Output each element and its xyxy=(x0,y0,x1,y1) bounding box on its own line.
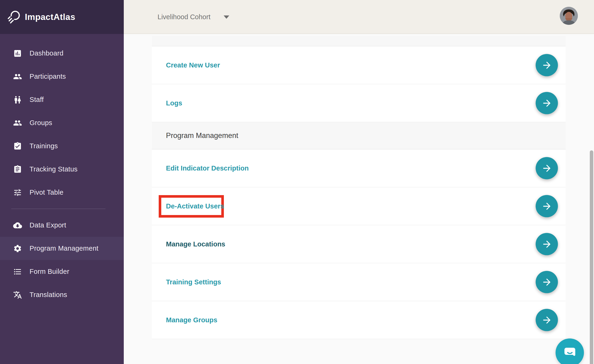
sidebar-item-label: Data Export xyxy=(30,221,66,229)
sidebar-item-groups[interactable]: Groups xyxy=(0,111,124,134)
list-item-logs: Logs xyxy=(152,84,566,122)
manage-groups-link[interactable]: Manage Groups xyxy=(166,316,217,324)
sidebar-item-form-builder[interactable]: Form Builder xyxy=(0,260,124,283)
arrow-right-icon xyxy=(541,239,552,250)
sidebar-item-label: Dashboard xyxy=(30,49,64,57)
create-new-user-arrow-button[interactable] xyxy=(536,54,558,76)
sidebar-item-label: Tracking Status xyxy=(30,165,78,173)
settings-list: Create New User Logs Program Management … xyxy=(152,36,566,339)
list-item-edit-indicator-description: Edit Indicator Description xyxy=(152,149,566,187)
sidebar-item-tracking-status[interactable]: Tracking Status xyxy=(0,158,124,181)
sidebar-item-label: Pivot Table xyxy=(30,189,64,196)
list-item-training-settings: Training Settings xyxy=(152,263,566,301)
edit-indicator-description-link[interactable]: Edit Indicator Description xyxy=(166,165,249,172)
sidebar-item-participants[interactable]: Participants xyxy=(0,65,124,88)
arrow-right-icon xyxy=(541,201,552,212)
create-new-user-link[interactable]: Create New User xyxy=(166,61,220,69)
sidebar: ImpactAtlas Dashboard Participants Staff xyxy=(0,0,124,364)
de-activate-users-arrow-button[interactable] xyxy=(536,195,558,217)
arrow-right-icon xyxy=(541,277,552,287)
section-title: Program Management xyxy=(166,131,238,140)
de-activate-users-link[interactable]: De-Activate Users xyxy=(166,202,224,210)
list-item-de-activate-users: De-Activate Users xyxy=(152,187,566,225)
sidebar-item-label: Form Builder xyxy=(30,268,69,275)
chat-bubble-smile-icon xyxy=(562,345,578,360)
training-settings-link[interactable]: Training Settings xyxy=(166,278,221,286)
user-avatar-photo xyxy=(560,7,578,25)
sidebar-item-translations[interactable]: Translations xyxy=(0,283,124,306)
list-item-manage-groups: Manage Groups xyxy=(152,301,566,339)
manage-locations-arrow-button[interactable] xyxy=(536,233,558,255)
sidebar-item-label: Program Management xyxy=(30,245,98,252)
arrow-right-icon xyxy=(541,163,552,173)
sidebar-item-label: Groups xyxy=(30,119,52,127)
bulleted-list-icon xyxy=(13,267,22,276)
sidebar-item-program-management[interactable]: Program Management xyxy=(0,237,124,260)
people-icon xyxy=(13,72,22,81)
logs-link[interactable]: Logs xyxy=(166,99,182,107)
sidebar-item-dashboard[interactable]: Dashboard xyxy=(0,42,124,65)
sidebar-nav: Dashboard Participants Staff Groups xyxy=(0,42,124,306)
truncated-row xyxy=(152,36,566,46)
chevron-down-icon xyxy=(224,15,229,19)
cohort-selected-value: Livelihood Cohort xyxy=(157,13,210,21)
manage-groups-arrow-button[interactable] xyxy=(536,309,558,331)
manage-locations-link[interactable]: Manage Locations xyxy=(166,240,225,248)
vertical-scrollbar-thumb[interactable] xyxy=(590,150,593,364)
edit-indicator-description-arrow-button[interactable] xyxy=(536,157,558,179)
staff-figures-icon xyxy=(13,95,22,104)
logs-arrow-button[interactable] xyxy=(536,92,558,114)
sidebar-item-trainings[interactable]: Trainings xyxy=(0,134,124,158)
arrow-right-icon xyxy=(541,98,552,108)
list-item-create-new-user: Create New User xyxy=(152,46,566,84)
training-settings-arrow-button[interactable] xyxy=(536,271,558,293)
chat-launcher-button[interactable] xyxy=(556,338,584,364)
user-avatar[interactable] xyxy=(560,7,578,25)
clipboard-check-icon xyxy=(13,142,22,151)
list-item-manage-locations: Manage Locations xyxy=(152,225,566,263)
people-icon xyxy=(13,119,22,127)
clipboard-list-icon xyxy=(13,165,22,174)
gear-icon xyxy=(13,244,22,253)
top-header: Livelihood Cohort xyxy=(124,0,594,34)
app-screen: ImpactAtlas Dashboard Participants Staff xyxy=(0,0,594,364)
arrow-right-icon xyxy=(541,60,552,71)
sidebar-item-data-export[interactable]: Data Export xyxy=(0,214,124,237)
app-title: ImpactAtlas xyxy=(25,12,75,22)
sidebar-item-label: Trainings xyxy=(30,142,58,150)
impactatlas-logo-icon xyxy=(7,10,21,25)
sidebar-item-pivot-table[interactable]: Pivot Table xyxy=(0,181,124,204)
cohort-selector[interactable]: Livelihood Cohort xyxy=(157,0,229,34)
bar-chart-icon xyxy=(13,49,22,58)
sliders-icon xyxy=(13,188,22,197)
vertical-scrollbar-track[interactable] xyxy=(589,34,594,364)
translate-icon xyxy=(13,291,22,299)
sidebar-divider xyxy=(11,209,106,209)
sidebar-item-staff[interactable]: Staff xyxy=(0,88,124,111)
arrow-right-icon xyxy=(541,315,552,325)
cloud-download-icon xyxy=(13,221,22,230)
app-logo[interactable]: ImpactAtlas xyxy=(0,0,124,34)
sidebar-item-label: Staff xyxy=(30,96,44,104)
sidebar-item-label: Participants xyxy=(30,73,66,80)
sidebar-item-label: Translations xyxy=(30,291,67,299)
section-header-program-management: Program Management xyxy=(152,122,566,149)
